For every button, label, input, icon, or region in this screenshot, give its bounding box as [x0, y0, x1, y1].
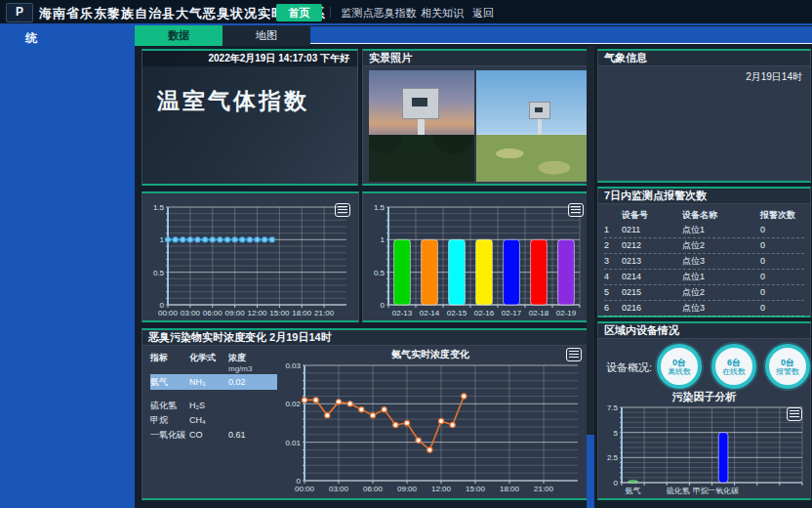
alarm-table-row: 60216 点位30 [604, 301, 804, 317]
svg-text:氨气: 氨气 [626, 487, 641, 495]
top-blue-band [310, 26, 812, 44]
daily-index-chart-panel: 02-1302-1402-1502-1602-1702-1802-1900.51… [362, 191, 592, 322]
alarm-table-row: 10211 点位10 [604, 223, 804, 238]
svg-text:0: 0 [160, 301, 165, 310]
svg-text:12:00: 12:00 [431, 485, 452, 493]
pollutant-row-h2s[interactable]: 硫化氢 H₂S [150, 399, 277, 412]
nh3-line-chart: 00:0003:0006:0009:0012:0015:0018:0021:00… [277, 358, 588, 496]
pollutant-row-nh3[interactable]: 氨气 NH₃ 0.02 [150, 374, 277, 390]
svg-text:0.5: 0.5 [153, 269, 165, 277]
nav-item-back[interactable]: 返回 [461, 4, 506, 21]
svg-text:03:00: 03:00 [329, 485, 349, 493]
devices-panel-title: 区域内设备情况 [598, 323, 810, 339]
svg-text:1: 1 [381, 235, 386, 244]
site-photo-1 [369, 70, 474, 182]
tab-data[interactable]: 数据 [135, 25, 223, 46]
svg-text:甲烷: 甲烷 [693, 487, 709, 495]
svg-text:00:00: 00:00 [295, 485, 315, 493]
svg-text:02-14: 02-14 [420, 309, 440, 318]
greenhouse-chart-panel: 00:0003:0006:0009:0012:0015:0018:0021:00… [142, 191, 359, 322]
pollutant-row-co[interactable]: 一氧化碳 CO 0.61 [150, 428, 277, 442]
svg-text:15:00: 15:00 [466, 485, 486, 493]
page-headline: 温室气体指数 [157, 86, 309, 116]
alarm-table-row: 20212 点位20 [604, 238, 804, 254]
nav-separator [330, 7, 331, 18]
svg-text:0.03: 0.03 [285, 361, 301, 370]
svg-text:0: 0 [381, 301, 386, 310]
pollutant-panel-title: 恶臭污染物实时浓度变化 2月19日14时 [142, 330, 591, 346]
site-photos [369, 70, 588, 182]
photos-panel: 实景照片 [362, 49, 592, 186]
nav-separator [452, 7, 453, 18]
svg-text:06:00: 06:00 [203, 309, 223, 318]
devices-overview-label: 设备概况: [606, 360, 652, 375]
svg-text:1: 1 [160, 235, 165, 244]
alarm-table-header: 设备号 设备名称 报警次数 [604, 208, 804, 223]
svg-text:7.5: 7.5 [607, 403, 619, 412]
pollutant-row-ch4[interactable]: 甲烷 CH₄ [150, 413, 277, 427]
svg-text:0.02: 0.02 [285, 400, 301, 408]
pollutant-table-header: 指标 化学式 浓度 [150, 352, 277, 364]
svg-text:15:00: 15:00 [269, 309, 290, 318]
greenhouse-line-chart: 00:0003:0006:0009:0012:0015:0018:0021:00… [144, 199, 356, 320]
alarm-table-row: 50215 点位20 [604, 285, 804, 301]
greeting-panel: 2022年2月19日 14:17:03 下午好 温室气体指数 [142, 49, 358, 186]
svg-text:0.01: 0.01 [285, 439, 301, 447]
svg-text:一氧化碳: 一氧化碳 [708, 487, 739, 495]
svg-text:18:00: 18:00 [292, 309, 312, 318]
top-navbar: P 海南省乐东黎族自治县大气恶臭状况实时发布系 首页 监测点恶臭指数 相关知识 … [0, 0, 812, 25]
svg-text:02-16: 02-16 [474, 309, 495, 318]
current-datetime: 2022年2月19日 14:17:03 下午好 [142, 51, 357, 66]
alarm-table-row: 30213 点位30 [604, 254, 804, 270]
pollutant-panel: 恶臭污染物实时浓度变化 2月19日14时 指标 化学式 浓度 mg/m3 氨气 … [142, 328, 592, 500]
svg-text:03:00: 03:00 [181, 309, 201, 318]
svg-text:0: 0 [297, 477, 302, 486]
stat-circle-offline: 0台 离线数 [657, 344, 702, 389]
daily-index-bar-chart: 02-1302-1402-1502-1602-1702-1802-1900.51… [365, 199, 589, 320]
scrollbar-track[interactable] [587, 46, 594, 508]
svg-text:0: 0 [614, 479, 619, 487]
alarm-table: 设备号 设备名称 报警次数 10211 点位10 20212 点位20 3021… [598, 204, 810, 320]
alarm-table-panel: 7日内监测点报警次数 设备号 设备名称 报警次数 10211 点位10 2021… [597, 187, 811, 318]
devices-panel: 区域内设备情况 设备概况: 0台 离线数 6台 在线数 0台 报警数 污染因子分… [597, 321, 811, 500]
pollution-factor-title: 污染因子分析 [598, 390, 810, 404]
stat-circle-online: 6台 在线数 [711, 344, 756, 389]
svg-text:1.5: 1.5 [374, 203, 386, 212]
svg-text:0.5: 0.5 [374, 269, 386, 277]
system-title-wrap: 统 [25, 30, 37, 47]
chart-toolbox-icon[interactable] [568, 203, 584, 217]
chart-toolbox-icon[interactable] [787, 407, 802, 421]
alarm-panel-title: 7日内监测点报警次数 [598, 189, 810, 204]
svg-text:09:00: 09:00 [225, 309, 246, 318]
svg-text:02-13: 02-13 [392, 309, 413, 318]
scrollbar-thumb[interactable] [587, 435, 594, 508]
chart-toolbox-icon[interactable] [335, 203, 350, 217]
svg-text:02-18: 02-18 [529, 309, 549, 318]
svg-text:12:00: 12:00 [247, 309, 267, 318]
svg-text:18:00: 18:00 [500, 485, 520, 493]
svg-text:06:00: 06:00 [363, 485, 384, 493]
left-sidebar: 统 [0, 25, 135, 508]
svg-text:02-19: 02-19 [556, 309, 577, 318]
photos-panel-title: 实景照片 [363, 51, 591, 66]
svg-text:21:00: 21:00 [314, 309, 335, 318]
alarm-table-row: 40214 点位10 [604, 270, 804, 285]
nav-item-home[interactable]: 首页 [276, 4, 322, 21]
app-logo-icon: P [6, 3, 33, 22]
pollution-factor-bar-chart: 氨气硫化氢甲烷一氧化碳02.557.5 [600, 403, 808, 496]
svg-text:09:00: 09:00 [397, 485, 418, 493]
svg-text:02-17: 02-17 [502, 309, 522, 318]
svg-text:21:00: 21:00 [534, 485, 554, 493]
pollutant-table: 指标 化学式 浓度 mg/m3 氨气 NH₃ 0.02 硫化氢 H₂S 甲烷 C… [150, 352, 277, 442]
svg-text:2.5: 2.5 [607, 453, 619, 462]
weather-timestamp: 2月19日14时 [598, 66, 810, 84]
svg-text:00:00: 00:00 [158, 309, 179, 318]
stat-circle-alarm: 0台 报警数 [765, 344, 810, 389]
chart-toolbox-icon[interactable] [566, 348, 582, 361]
tab-map[interactable]: 地图 [223, 25, 310, 46]
svg-text:5: 5 [614, 429, 619, 438]
weather-panel: 气象信息 2月19日14时 [597, 49, 811, 183]
weather-panel-title: 气象信息 [598, 51, 810, 66]
svg-text:02-15: 02-15 [447, 309, 467, 318]
svg-text:硫化氢: 硫化氢 [667, 487, 690, 495]
